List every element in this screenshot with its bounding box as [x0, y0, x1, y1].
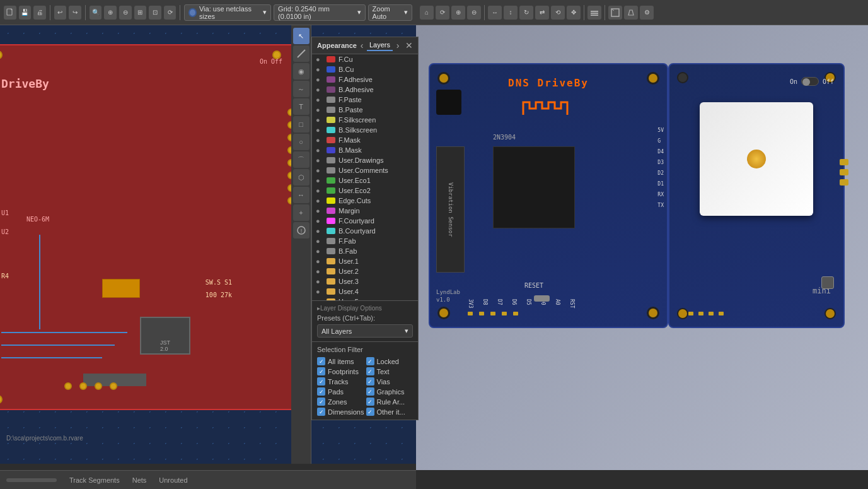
layer-row[interactable]: ● User.2 [312, 266, 418, 276]
layer-row[interactable]: ● F.Silkscreen [312, 115, 418, 125]
panel-close[interactable]: ✕ [405, 40, 413, 50]
sf-item-label: Pads [328, 388, 344, 396]
arc-tool[interactable]: ⌒ [293, 151, 310, 168]
sf-item[interactable]: Zones [317, 398, 364, 406]
sf-item[interactable]: Footprints [317, 367, 364, 375]
zoom-actual-icon[interactable]: ⊡ [149, 6, 161, 20]
panel-nav-right[interactable]: › [396, 40, 400, 50]
layer-row[interactable]: ● F.Paste [312, 95, 418, 105]
layer-row[interactable]: ● F.Fab [312, 236, 418, 246]
sf-item[interactable]: Other it... [366, 408, 414, 416]
layer-row[interactable]: ● B.Silkscreen [312, 125, 418, 135]
new-icon[interactable] [4, 6, 16, 20]
gps-bottom-pads [688, 312, 724, 315]
text-tool[interactable]: T [293, 98, 310, 115]
sf-checkbox[interactable] [317, 398, 325, 406]
via-tool[interactable]: ◉ [293, 63, 310, 80]
layer-row[interactable]: ● User.Eco1 [312, 175, 418, 186]
zoom-fit-icon[interactable]: ⊞ [134, 6, 147, 20]
save-icon[interactable]: 💾 [19, 6, 32, 20]
sf-item[interactable]: Pads [317, 387, 364, 396]
view-3d[interactable]: DNS DriveBy Vibration Sensor 2N3904 5V G… [416, 25, 868, 470]
3d-zoom-in-icon[interactable]: ⊕ [451, 6, 465, 20]
3d-rotate-x-icon[interactable]: ↔ [488, 6, 502, 20]
preset-dropdown[interactable]: All Layers ▾ [317, 324, 413, 338]
layer-color-swatch [327, 208, 335, 214]
sf-checkbox[interactable] [366, 377, 374, 386]
layer-row[interactable]: ● User.Drawings [312, 155, 418, 165]
layer-row[interactable]: ● Margin [312, 206, 418, 216]
sf-checkbox[interactable] [366, 367, 374, 375]
sf-checkbox[interactable] [317, 377, 325, 386]
3d-layer-icon[interactable] [587, 6, 601, 20]
sf-item[interactable]: All items [317, 357, 364, 365]
select-tool[interactable]: ↖ [293, 28, 310, 44]
via-dropdown[interactable]: Via: use netclass sizes ▾ [184, 4, 271, 21]
sf-item[interactable]: Tracks [317, 377, 364, 386]
zoom-dropdown[interactable]: Zoom Auto ▾ [368, 4, 412, 21]
3d-pan-icon[interactable]: ✥ [567, 6, 581, 20]
sf-item[interactable]: Text [366, 367, 414, 375]
refresh-icon[interactable]: ⟳ [164, 6, 176, 20]
measure-tool[interactable]: ↔ [293, 187, 310, 203]
sf-checkbox[interactable] [366, 398, 374, 406]
sf-checkbox[interactable] [317, 408, 325, 416]
3d-home-icon[interactable]: ⌂ [420, 6, 434, 20]
3d-rotate-y-icon[interactable]: ↕ [504, 6, 518, 20]
polygon-tool[interactable]: ⬡ [293, 169, 310, 186]
sf-checkbox[interactable] [317, 387, 325, 396]
sf-checkbox[interactable] [317, 357, 325, 365]
grid-dropdown[interactable]: Grid: 0.2540 mm (0.0100 in) ▾ [274, 4, 365, 21]
3d-persp-icon[interactable] [624, 6, 638, 20]
layer-row[interactable]: ● User.4 [312, 286, 418, 297]
layer-row[interactable]: ● User.5 [312, 297, 418, 300]
layer-row[interactable]: ● User.Comments [312, 165, 418, 175]
layer-row[interactable]: ● User.3 [312, 276, 418, 286]
tab-layers[interactable]: Layers [367, 40, 393, 51]
sf-item-label: Tracks [328, 378, 349, 386]
undo-icon[interactable]: ↩ [54, 6, 67, 20]
layer-row[interactable]: ● B.Paste [312, 105, 418, 115]
layer-row[interactable]: ● F.Cu [312, 54, 418, 64]
sf-item[interactable]: Vias [366, 377, 414, 386]
sf-checkbox[interactable] [366, 357, 374, 365]
redo-icon[interactable]: ↪ [69, 6, 81, 20]
3d-zoom-out-icon[interactable]: ⊖ [467, 6, 481, 20]
layer-row[interactable]: ● User.Eco2 [312, 186, 418, 196]
wire-tool[interactable]: ～ [293, 81, 310, 97]
sf-item[interactable]: Rule Ar... [366, 398, 414, 406]
3d-settings-icon[interactable]: ⚙ [640, 6, 654, 20]
3d-rotate-z-icon[interactable]: ↻ [519, 6, 533, 20]
layer-row[interactable]: ● F.Courtyard [312, 216, 418, 226]
3d-refresh-icon[interactable]: ⟳ [436, 6, 449, 20]
sf-item[interactable]: Graphics [366, 387, 414, 396]
layer-row[interactable]: ● B.Courtyard [312, 226, 418, 236]
layer-row[interactable]: ● User.1 [312, 256, 418, 266]
add-footprint[interactable]: + [293, 204, 310, 221]
scroll-handle[interactable] [6, 478, 57, 482]
layer-row[interactable]: ● B.Fab [312, 246, 418, 256]
print-icon[interactable]: 🖨 [33, 6, 46, 20]
route-tool[interactable] [293, 45, 310, 62]
3d-spin-icon[interactable]: ⟲ [551, 6, 565, 20]
sf-item[interactable]: Locked [366, 357, 414, 365]
circle-tool[interactable]: ○ [293, 134, 310, 150]
zoom-in-icon[interactable]: ⊕ [104, 6, 117, 20]
layer-row[interactable]: ● B.Adhesive [312, 85, 418, 95]
3d-ortho-icon[interactable] [608, 6, 622, 20]
drc-tool[interactable]: ! [293, 222, 310, 239]
search-icon[interactable]: 🔍 [90, 6, 102, 20]
layer-row[interactable]: ● B.Cu [312, 64, 418, 74]
sf-checkbox[interactable] [366, 408, 374, 416]
rect-tool[interactable]: □ [293, 116, 310, 133]
panel-nav-left[interactable]: ‹ [361, 40, 364, 50]
zoom-out-icon[interactable]: ⊖ [119, 6, 132, 20]
layer-row[interactable]: ● F.Adhesive [312, 74, 418, 85]
sf-checkbox[interactable] [317, 367, 325, 375]
sf-item[interactable]: Dimensions [317, 408, 364, 416]
layer-row[interactable]: ● F.Mask [312, 135, 418, 145]
3d-flip-icon[interactable]: ⇄ [535, 6, 549, 20]
sf-checkbox[interactable] [366, 387, 374, 396]
layer-row[interactable]: ● B.Mask [312, 145, 418, 155]
layer-row[interactable]: ● Edge.Cuts [312, 196, 418, 206]
